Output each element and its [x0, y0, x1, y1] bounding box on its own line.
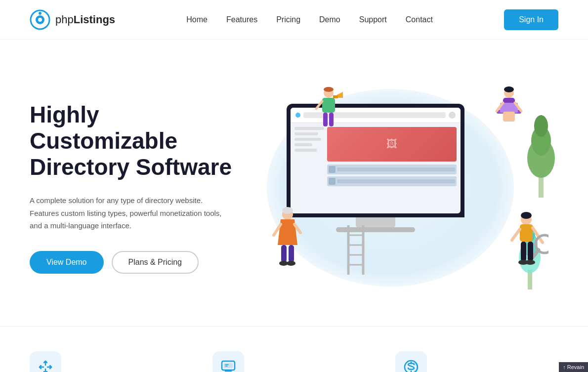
svg-rect-51 — [521, 242, 526, 261]
row-icon-1 — [329, 166, 336, 173]
hero-buttons: View Demo Plans & Pricing — [30, 251, 247, 274]
nav-support[interactable]: Support — [359, 15, 387, 24]
hero-section: Highly Customizable Directory Software A… — [0, 40, 588, 326]
tree-right-icon — [524, 99, 558, 200]
image-placeholder-icon: 🖼 — [386, 138, 397, 151]
screen-sidebar — [294, 127, 324, 186]
svg-rect-60 — [224, 363, 233, 368]
character-magnifying-glass — [504, 210, 548, 282]
svg-point-7 — [534, 115, 548, 137]
nav-demo[interactable]: Demo — [319, 15, 340, 24]
svg-rect-19 — [329, 113, 334, 126]
svg-point-3 — [39, 12, 42, 15]
svg-point-2 — [38, 18, 42, 22]
screen-row-1 — [327, 165, 457, 174]
character-megaphone — [311, 84, 346, 135]
svg-rect-14 — [322, 98, 335, 113]
screen-list-rows — [327, 165, 457, 186]
logo-icon — [30, 9, 50, 30]
nav-home[interactable]: Home — [186, 15, 208, 24]
quick-setup-icon-wrap — [212, 351, 244, 372]
features-section: All-in-One Solution Turn your website in… — [0, 326, 588, 372]
svg-rect-18 — [323, 113, 328, 126]
row-line-1 — [337, 167, 455, 171]
feature-listing-monetization: Listing Monetization Generate revenue fo… — [395, 351, 558, 372]
quick-setup-icon — [220, 359, 236, 372]
feature-all-in-one: All-in-One Solution Turn your website in… — [30, 351, 193, 372]
row-icon-2 — [329, 178, 336, 185]
logo[interactable]: phpListings — [30, 9, 115, 30]
hero-title: Highly Customizable Directory Software — [30, 102, 247, 180]
svg-rect-34 — [281, 245, 287, 262]
svg-rect-26 — [508, 112, 515, 122]
monetization-icon-wrap — [395, 351, 427, 372]
all-in-one-icon — [38, 359, 53, 372]
view-demo-button[interactable]: View Demo — [30, 251, 104, 274]
screen-card-image: 🖼 — [327, 127, 457, 162]
svg-point-13 — [324, 87, 334, 92]
svg-line-50 — [533, 250, 539, 257]
screen-main: 🖼 — [327, 127, 457, 186]
row-line-2 — [337, 179, 455, 183]
character-laptop — [489, 84, 529, 135]
svg-rect-16 — [333, 95, 338, 98]
svg-point-21 — [504, 86, 514, 92]
svg-point-54 — [525, 260, 535, 265]
svg-line-17 — [316, 101, 322, 109]
hero-content: Highly Customizable Directory Software A… — [30, 102, 247, 273]
hero-subtitle: A complete solution for any type of dire… — [30, 194, 227, 232]
svg-rect-52 — [528, 242, 533, 261]
screen-card-bg: 🖼 — [327, 127, 457, 162]
main-nav: Home Features Pricing Demo Support Conta… — [186, 15, 433, 24]
character-left-woman — [272, 206, 304, 272]
svg-line-47 — [512, 229, 520, 240]
sign-in-button[interactable]: Sign In — [504, 9, 558, 30]
screen-circle-icon — [449, 112, 456, 119]
svg-rect-46 — [520, 224, 533, 242]
svg-point-30 — [282, 207, 293, 214]
svg-point-37 — [287, 261, 295, 266]
nav-pricing[interactable]: Pricing — [276, 15, 300, 24]
features-grid: All-in-One Solution Turn your website in… — [30, 351, 558, 372]
monetization-icon — [403, 359, 419, 372]
feature-quick-setup: Quick Setup Setup and launch your direct… — [212, 351, 376, 372]
plans-pricing-button[interactable]: Plans & Pricing — [112, 251, 199, 274]
svg-rect-35 — [289, 245, 294, 262]
hero-illustration: 🖼 — [247, 69, 558, 306]
header: phpListings Home Features Pricing Demo S… — [0, 0, 588, 40]
ladder-illustration — [346, 225, 366, 277]
brand-name: phpListings — [55, 13, 115, 26]
revain-badge: ↑ Revain — [559, 362, 588, 372]
nav-contact[interactable]: Contact — [406, 15, 433, 24]
nav-features[interactable]: Features — [226, 15, 257, 24]
screen-row-2 — [327, 176, 457, 186]
screen-dot — [295, 113, 300, 118]
svg-point-45 — [521, 212, 532, 219]
all-in-one-icon-wrap — [30, 351, 61, 372]
